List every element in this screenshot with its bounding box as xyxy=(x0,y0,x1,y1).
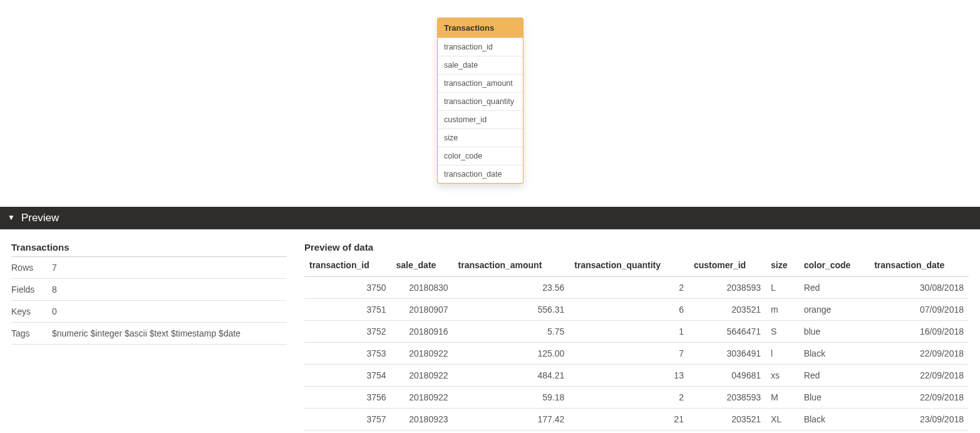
column-header[interactable]: transaction_amount xyxy=(453,256,570,277)
table-cell: M xyxy=(766,387,799,409)
table-cell: 5.75 xyxy=(453,321,570,343)
table-row[interactable]: 375320180922125.0073036491lBlack22/09/20… xyxy=(304,343,969,365)
meta-label: Rows xyxy=(11,263,52,273)
table-cell: 5646471 xyxy=(689,321,766,343)
table-cell: XL xyxy=(766,409,799,430)
table-cell: 2 xyxy=(569,387,689,409)
table-cell: 30/08/2018 xyxy=(869,277,969,299)
table-cell: 22/09/2018 xyxy=(869,387,969,409)
table-cell: 3756 xyxy=(304,387,391,409)
meta-panel: Transactions Rows 7 Fields 8 Keys 0 Tags… xyxy=(11,242,287,430)
table-cell: 20180907 xyxy=(391,299,453,321)
meta-row-keys: Keys 0 xyxy=(11,301,287,323)
table-cell: Black xyxy=(799,343,869,365)
table-cell: 177.42 xyxy=(453,409,570,430)
column-header[interactable]: color_code xyxy=(799,256,869,277)
table-cell: 20180916 xyxy=(391,321,453,343)
table-row[interactable]: 375420180922484.2113049681xsRed22/09/201… xyxy=(304,365,969,387)
table-card-field[interactable]: color_code xyxy=(438,147,523,165)
table-cell: 2038593 xyxy=(689,387,766,409)
table-cell: 3757 xyxy=(304,409,391,430)
table-cell: 6 xyxy=(569,299,689,321)
table-row[interactable]: 37502018083023.5622038593LRed30/08/2018 xyxy=(304,277,969,299)
table-card-header[interactable]: Transactions xyxy=(438,18,523,38)
meta-label: Keys xyxy=(11,306,52,316)
table-card-field[interactable]: transaction_quantity xyxy=(438,92,523,110)
table-cell: 20180830 xyxy=(391,277,453,299)
table-cell: 13 xyxy=(569,365,689,387)
column-header[interactable]: transaction_date xyxy=(869,256,969,277)
meta-value: 7 xyxy=(52,263,287,273)
data-preview-panel: Preview of data transaction_idsale_datet… xyxy=(304,242,969,430)
table-cell: Red xyxy=(799,365,869,387)
table-cell: 23/09/2018 xyxy=(869,409,969,430)
table-cell: 16/09/2018 xyxy=(869,321,969,343)
table-cell: 484.21 xyxy=(453,365,570,387)
table-cell: Red xyxy=(799,277,869,299)
table-cell: 3754 xyxy=(304,365,391,387)
table-cell: 3751 xyxy=(304,299,391,321)
table-row[interactable]: 375720180923177.4221203521XLBlack23/09/2… xyxy=(304,409,969,430)
table-cell: 203521 xyxy=(689,299,766,321)
table-row[interactable]: 37562018092259.1822038593MBlue22/09/2018 xyxy=(304,387,969,409)
meta-value: $numeric $integer $ascii $text $timestam… xyxy=(52,328,287,338)
table-cell: 21 xyxy=(569,409,689,430)
table-card-field[interactable]: transaction_amount xyxy=(438,74,523,92)
table-card-field[interactable]: transaction_date xyxy=(438,165,523,183)
data-preview-title: Preview of data xyxy=(304,242,969,256)
preview-toggle-bar[interactable]: ▼ Preview xyxy=(0,207,980,229)
meta-row-rows: Rows 7 xyxy=(11,257,287,279)
meta-label: Tags xyxy=(11,328,52,338)
collapse-icon: ▼ xyxy=(8,213,15,222)
table-cell: 2 xyxy=(569,277,689,299)
table-cell: 2038593 xyxy=(689,277,766,299)
table-cell: 203521 xyxy=(689,409,766,430)
table-cell: Blue xyxy=(799,387,869,409)
table-cell: L xyxy=(766,277,799,299)
table-cell: 3750 xyxy=(304,277,391,299)
table-cell: 20180922 xyxy=(391,365,453,387)
table-cell: 59.18 xyxy=(453,387,570,409)
table-card-field[interactable]: transaction_id xyxy=(438,38,523,56)
meta-row-fields: Fields 8 xyxy=(11,279,287,301)
column-header[interactable]: transaction_id xyxy=(304,256,391,277)
meta-row-tags: Tags $numeric $integer $ascii $text $tim… xyxy=(11,323,287,345)
table-cell: blue xyxy=(799,321,869,343)
column-header[interactable]: transaction_quantity xyxy=(569,256,689,277)
table-cell: l xyxy=(766,343,799,365)
table-cell: 3752 xyxy=(304,321,391,343)
table-cell: 1 xyxy=(569,321,689,343)
column-header[interactable]: sale_date xyxy=(391,256,453,277)
table-cell: 7 xyxy=(569,343,689,365)
table-cell: 22/09/2018 xyxy=(869,365,969,387)
table-cell: 049681 xyxy=(689,365,766,387)
table-card-transactions[interactable]: Transactions transaction_idsale_datetran… xyxy=(437,18,524,184)
model-canvas[interactable]: Transactions transaction_idsale_datetran… xyxy=(0,0,980,207)
meta-label: Fields xyxy=(11,284,52,295)
table-cell: 125.00 xyxy=(453,343,570,365)
data-preview-table: transaction_idsale_datetransaction_amoun… xyxy=(304,256,969,430)
meta-title: Transactions xyxy=(11,242,287,257)
table-cell: 3036491 xyxy=(689,343,766,365)
table-row[interactable]: 375120180907556.316203521morange07/09/20… xyxy=(304,299,969,321)
preview-body: Transactions Rows 7 Fields 8 Keys 0 Tags… xyxy=(0,229,980,433)
table-cell: m xyxy=(766,299,799,321)
preview-label: Preview xyxy=(21,212,59,224)
table-cell: 07/09/2018 xyxy=(869,299,969,321)
table-cell: orange xyxy=(799,299,869,321)
table-cell: 23.56 xyxy=(453,277,570,299)
table-card-field[interactable]: sale_date xyxy=(438,56,523,74)
table-cell: 22/09/2018 xyxy=(869,343,969,365)
table-row[interactable]: 3752201809165.7515646471Sblue16/09/2018 xyxy=(304,321,969,343)
column-header[interactable]: customer_id xyxy=(689,256,766,277)
table-card-field[interactable]: size xyxy=(438,128,523,147)
table-cell: 20180922 xyxy=(391,387,453,409)
table-cell: 20180922 xyxy=(391,343,453,365)
table-card-field[interactable]: customer_id xyxy=(438,110,523,128)
table-cell: 556.31 xyxy=(453,299,570,321)
meta-value: 0 xyxy=(52,306,287,316)
table-cell: Black xyxy=(799,409,869,430)
column-header[interactable]: size xyxy=(766,256,799,277)
table-cell: S xyxy=(766,321,799,343)
meta-value: 8 xyxy=(52,284,287,295)
